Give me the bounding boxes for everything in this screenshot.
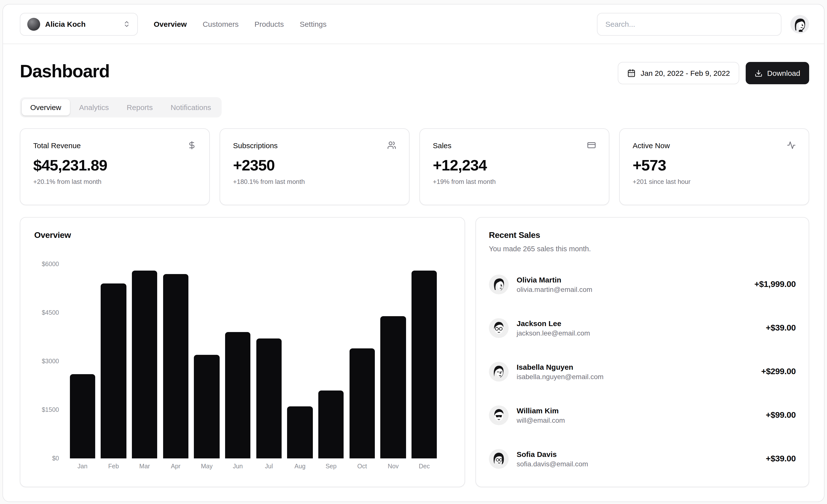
x-tick-label: Nov — [378, 463, 408, 470]
y-tick-label: $4500 — [42, 309, 59, 316]
stat-card-sales: Sales +12,234 +19% from last month — [420, 129, 610, 205]
chart-y-axis: $6000 $4500 $3000 $1500 $0 — [34, 264, 59, 458]
recent-sales-subtitle: You made 265 sales this month. — [489, 245, 797, 253]
sale-name: Sofia Davis — [517, 450, 588, 458]
top-navigation-bar: Alicia Koch Overview Customers Products … — [3, 4, 824, 44]
team-name: Alicia Koch — [45, 20, 118, 28]
nav-item-settings[interactable]: Settings — [300, 20, 327, 28]
sale-name: Olivia Martin — [517, 275, 592, 284]
x-tick-label: Apr — [160, 463, 191, 470]
chart-bar-jul — [256, 339, 282, 458]
stat-title: Subscriptions — [233, 141, 278, 149]
sale-amount: +$1,999.00 — [755, 280, 797, 290]
sale-email: will@email.com — [517, 416, 565, 424]
sale-row: Olivia Martin olivia.martin@email.com +$… — [489, 272, 797, 296]
stat-change: +201 since last hour — [633, 178, 796, 185]
chart-bar-mar — [132, 270, 157, 458]
chart-bar-sep — [318, 391, 344, 458]
chart-bar-dec — [411, 270, 437, 458]
x-tick-label: Jun — [223, 463, 253, 470]
chart-bar-jan — [70, 374, 95, 458]
recent-sales-card: Recent Sales You made 265 sales this mon… — [476, 217, 809, 487]
sale-email: olivia.martin@email.com — [517, 286, 592, 293]
stat-change: +20.1% from last month — [33, 178, 196, 185]
team-avatar — [27, 17, 40, 31]
tab-overview[interactable]: Overview — [22, 99, 70, 115]
sale-email: jackson.lee@email.com — [517, 329, 590, 337]
chart-bar-oct — [349, 348, 375, 458]
sale-row: William Kim will@email.com +$99.00 — [489, 403, 797, 427]
user-avatar[interactable] — [790, 15, 809, 34]
stat-value: +573 — [633, 157, 796, 174]
nav-item-customers[interactable]: Customers — [202, 20, 239, 28]
stat-value: +2350 — [233, 157, 396, 174]
avatar-olivia-martin — [489, 274, 509, 294]
x-tick-label: Oct — [347, 463, 378, 470]
chart-bar-nov — [381, 316, 406, 458]
sale-email: isabella.nguyen@email.com — [517, 373, 604, 381]
recent-sales-title: Recent Sales — [489, 231, 797, 240]
chart-bar-aug — [287, 407, 313, 458]
dashboard-page: Dashboard Jan 20, 2022 - Feb 9, 2022 Dow… — [3, 44, 824, 487]
x-tick-label: Jul — [253, 463, 284, 470]
sale-name: Jackson Lee — [517, 319, 590, 327]
x-tick-label: Jan — [67, 463, 98, 470]
app-window: Alicia Koch Overview Customers Products … — [2, 4, 825, 502]
y-tick-label: $6000 — [42, 261, 59, 268]
tab-analytics[interactable]: Analytics — [71, 99, 117, 115]
page-title: Dashboard — [20, 61, 618, 82]
team-switcher[interactable]: Alicia Koch — [20, 13, 138, 36]
sale-row: Isabella Nguyen isabella.nguyen@email.co… — [489, 360, 797, 384]
x-tick-label: Mar — [129, 463, 160, 470]
sale-amount: +$39.00 — [766, 323, 797, 333]
stat-card-total-revenue: Total Revenue $45,231.89 +20.1% from las… — [20, 129, 210, 205]
x-tick-label: Feb — [98, 463, 129, 470]
stat-change: +19% from last month — [433, 178, 596, 185]
date-range-label: Jan 20, 2022 - Feb 9, 2022 — [641, 69, 730, 77]
x-tick-label: Aug — [284, 463, 315, 470]
sale-email: sofia.davis@email.com — [517, 460, 588, 468]
download-icon — [755, 69, 763, 77]
stat-title: Total Revenue — [33, 141, 81, 149]
y-tick-label: $3000 — [42, 358, 59, 365]
nav-item-products[interactable]: Products — [255, 20, 284, 28]
bar-chart: $6000 $4500 $3000 $1500 $0 — [34, 264, 451, 470]
sale-row: Sofia Davis sofia.davis@email.com +$39.0… — [489, 447, 797, 471]
users-icon — [387, 141, 396, 150]
chart-bar-apr — [163, 274, 188, 458]
main-nav: Overview Customers Products Settings — [154, 20, 327, 28]
nav-item-overview[interactable]: Overview — [154, 20, 187, 28]
stat-card-subscriptions: Subscriptions +2350 +180.1% from last mo… — [220, 129, 409, 205]
sale-row: Jackson Lee jackson.lee@email.com +$39.0… — [489, 316, 797, 340]
download-label: Download — [767, 69, 800, 77]
overview-chart-card: Overview $6000 $4500 $3000 $1500 $0 — [20, 217, 465, 487]
chart-plot-area — [67, 264, 440, 458]
x-tick-label: May — [191, 463, 222, 470]
chevrons-up-down-icon — [123, 20, 131, 28]
chart-title: Overview — [34, 231, 451, 240]
chart-bar-jun — [225, 332, 251, 458]
dollar-sign-icon — [187, 141, 196, 150]
recent-sales-list: Olivia Martin olivia.martin@email.com +$… — [489, 272, 797, 471]
dashboard-tabs: Overview Analytics Reports Notifications — [20, 97, 222, 117]
sale-amount: +$99.00 — [766, 410, 797, 420]
avatar-william-kim — [489, 405, 509, 425]
stat-title: Active Now — [633, 141, 670, 149]
sale-amount: +$299.00 — [761, 367, 797, 376]
stat-card-active-now: Active Now +573 +201 since last hour — [619, 129, 809, 205]
x-tick-label: Dec — [409, 463, 440, 470]
calendar-icon — [627, 69, 636, 77]
stat-title: Sales — [433, 141, 451, 149]
sale-amount: +$39.00 — [766, 454, 797, 464]
tab-notifications[interactable]: Notifications — [162, 99, 220, 115]
y-tick-label: $1500 — [42, 406, 59, 413]
page-controls: Jan 20, 2022 - Feb 9, 2022 Download — [618, 62, 809, 84]
chart-bar-may — [194, 355, 220, 458]
download-button[interactable]: Download — [746, 62, 809, 84]
avatar-jackson-lee — [489, 318, 509, 338]
stat-value: $45,231.89 — [33, 157, 196, 174]
chart-bar-feb — [101, 284, 127, 458]
tab-reports[interactable]: Reports — [118, 99, 161, 115]
search-input[interactable] — [597, 13, 781, 36]
date-range-picker[interactable]: Jan 20, 2022 - Feb 9, 2022 — [618, 62, 739, 84]
